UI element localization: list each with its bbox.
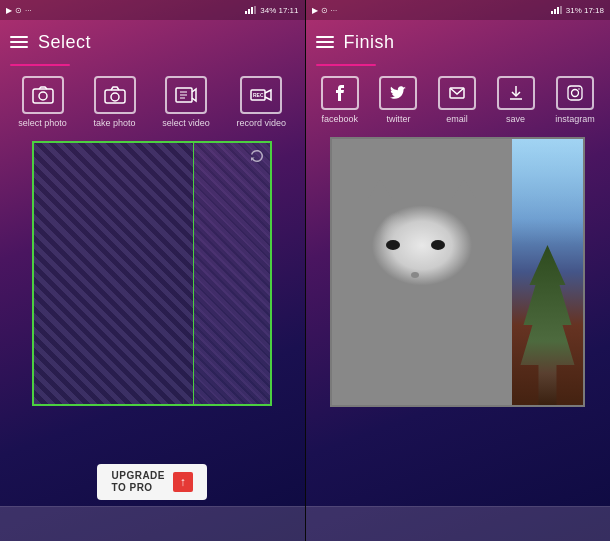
page-title-right: Finish <box>344 32 395 53</box>
instagram-label: instagram <box>555 114 595 124</box>
select-photo-label: select photo <box>18 118 67 128</box>
svg-rect-21 <box>568 86 582 100</box>
cat-eye-right <box>431 240 445 250</box>
status-bar-right: ▶⊙··· 31% 17:18 <box>306 0 611 20</box>
photo-canvas-area <box>0 136 305 456</box>
cat-nose <box>411 272 419 278</box>
instagram-button[interactable]: instagram <box>555 76 595 124</box>
save-icon-box <box>497 76 535 110</box>
cat-eye-left <box>386 240 400 250</box>
right-panel: ▶⊙··· 31% 17:18 Finish facebook <box>306 0 611 541</box>
nature-photo <box>512 139 584 405</box>
bottom-strip-right <box>306 506 611 541</box>
collage-frame <box>330 137 585 407</box>
facebook-icon-box <box>321 76 359 110</box>
email-icon-box <box>438 76 476 110</box>
left-panel: ▶⊙··· 34% 17:11 Select select photo <box>0 0 305 541</box>
svg-rect-2 <box>251 7 253 14</box>
cat-photo <box>332 139 511 405</box>
record-video-label: record video <box>237 118 287 128</box>
select-photo-icon-box <box>22 76 64 114</box>
page-title-left: Select <box>38 32 91 53</box>
record-video-icon-box: REC <box>240 76 282 114</box>
svg-rect-17 <box>560 6 562 14</box>
email-label: email <box>446 114 468 124</box>
select-video-label: select video <box>162 118 210 128</box>
take-photo-label: take photo <box>94 118 136 128</box>
status-right-left: 34% 17:11 <box>245 6 298 15</box>
battery-text-left: 34% 17:11 <box>260 6 298 15</box>
facebook-label: facebook <box>322 114 359 124</box>
svg-rect-3 <box>254 6 256 14</box>
menu-button-left[interactable] <box>10 36 28 48</box>
toolbar-right: Finish <box>306 20 611 64</box>
take-photo-icon-box <box>94 76 136 114</box>
status-left-icons: ▶⊙··· <box>6 6 32 15</box>
status-bar-left: ▶⊙··· 34% 17:11 <box>0 0 305 20</box>
recycle-icon <box>249 148 265 164</box>
twitter-label: twitter <box>386 114 410 124</box>
email-button[interactable]: email <box>438 76 476 124</box>
record-video-button[interactable]: REC record video <box>237 76 287 128</box>
status-right-icons: ▶⊙··· <box>312 6 338 15</box>
action-row: select photo take photo <box>0 66 305 136</box>
select-video-button[interactable]: select video <box>162 76 210 128</box>
upgrade-label: UPGRADETO PRO <box>111 470 165 494</box>
canvas-right-section <box>194 143 270 404</box>
status-right-right: 31% 17:18 <box>551 6 604 15</box>
save-label: save <box>506 114 525 124</box>
take-photo-button[interactable]: take photo <box>94 76 136 128</box>
select-video-icon-box <box>165 76 207 114</box>
svg-point-22 <box>571 90 578 97</box>
bottom-strip-left <box>0 506 305 541</box>
canvas-left-section <box>34 143 194 404</box>
svg-point-7 <box>111 93 119 101</box>
collage-area <box>306 132 611 506</box>
photo-canvas[interactable] <box>32 141 272 406</box>
upgrade-button[interactable]: UPGRADETO PRO ↑ <box>97 464 207 500</box>
upgrade-area: UPGRADETO PRO ↑ <box>0 456 305 506</box>
share-row: facebook twitter email <box>306 66 611 132</box>
select-photo-button[interactable]: select photo <box>18 76 67 128</box>
instagram-icon-box <box>556 76 594 110</box>
toolbar-left: Select <box>0 20 305 64</box>
facebook-button[interactable]: facebook <box>321 76 359 124</box>
svg-rect-15 <box>554 9 556 14</box>
tree-shape <box>517 245 577 405</box>
menu-button-right[interactable] <box>316 36 334 48</box>
upgrade-arrow-icon: ↑ <box>173 472 193 492</box>
svg-rect-0 <box>245 11 247 14</box>
svg-text:REC: REC <box>253 92 264 98</box>
cat-ear-right <box>452 179 476 199</box>
svg-rect-14 <box>551 11 553 14</box>
battery-text-right: 31% 17:18 <box>566 6 604 15</box>
cat-ear-left <box>368 179 392 199</box>
save-button[interactable]: save <box>497 76 535 124</box>
twitter-button[interactable]: twitter <box>379 76 417 124</box>
snow-overlay <box>512 139 584 245</box>
svg-rect-1 <box>248 9 250 14</box>
twitter-icon-box <box>379 76 417 110</box>
svg-point-23 <box>578 88 580 90</box>
svg-rect-4 <box>33 89 53 103</box>
svg-point-5 <box>39 92 47 100</box>
svg-rect-16 <box>557 7 559 14</box>
